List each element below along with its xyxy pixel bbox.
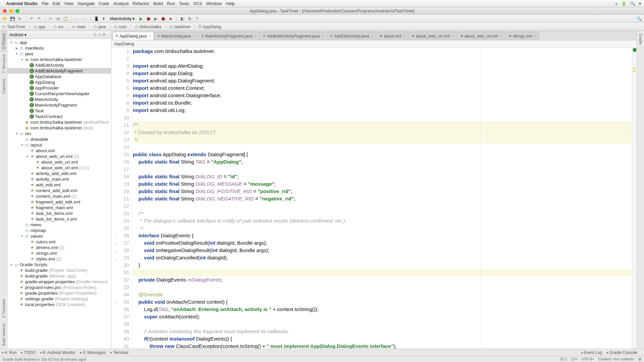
breadcrumb-item[interactable]: 🗀app <box>34 24 45 29</box>
status-item[interactable]: ⊞ <box>638 357 641 361</box>
status-item[interactable]: Context: <no context> <box>598 357 634 361</box>
tree-node[interactable]: ⬘gradle.properties (Project Properties) <box>7 290 111 296</box>
sdk-icon[interactable]: ⬇ <box>101 16 107 22</box>
tree-node[interactable]: ▼🗀res <box>7 131 111 136</box>
tree-node[interactable]: 🗀drawable <box>7 136 111 142</box>
tree-node[interactable]: ▼🗀values <box>7 233 111 239</box>
tree-node[interactable]: 🗀mipmap <box>7 228 111 233</box>
battery-icon[interactable]: 🔋 <box>621 1 627 6</box>
close-icon[interactable]: × <box>534 34 536 38</box>
tree-node[interactable]: ▼🗀layout <box>7 142 111 148</box>
tree-node[interactable]: ⬘dimens.xml (2) <box>7 245 111 250</box>
tree-node[interactable]: ▼🗀app <box>7 40 111 45</box>
tool-tab-7--structure[interactable]: 7: Structure <box>1 52 6 76</box>
menu-help[interactable]: Help <box>226 1 235 6</box>
gutter[interactable]: 1234567891011121314151617181920212223242… <box>111 48 131 349</box>
tool-tab-gradle[interactable]: Gradle <box>638 31 643 47</box>
profile-icon[interactable]: ▶ <box>153 16 159 22</box>
editor-tab[interactable]: ⬘strings.xml× <box>506 32 539 40</box>
tree-node[interactable]: CTasksContract <box>7 114 111 119</box>
app-name[interactable]: Android Studio <box>6 1 38 6</box>
tree-node[interactable]: 🗀menu <box>7 222 111 228</box>
tree-node[interactable]: ▼🗀Gradle Scripts <box>7 262 111 267</box>
menu-window[interactable]: Window <box>206 1 222 6</box>
window-minimize-button[interactable] <box>9 9 13 13</box>
editor-tab[interactable]: ⬘about.xml× <box>377 32 408 40</box>
tree-node[interactable]: ⬘about_web_url.xml <box>7 159 111 165</box>
status-item[interactable]: LF÷ <box>571 357 578 361</box>
editor-tab[interactable]: ©AppDialog.java× <box>113 32 154 40</box>
tree-node[interactable]: ⬘colors.xml <box>7 239 111 245</box>
tree-node[interactable]: ⬘activity_add_edit.xml <box>7 171 111 176</box>
cut-icon[interactable]: ✂ <box>48 16 54 22</box>
editor-body[interactable]: 1234567891011121314151617181920212223242… <box>111 48 637 349</box>
close-icon[interactable]: × <box>403 34 405 38</box>
tree-node[interactable]: ⬘proguard-rules.pro (ProGuard Rules) <box>7 285 111 290</box>
attach-icon[interactable]: 🐞 <box>160 16 166 22</box>
sync-icon[interactable]: ↻ <box>17 16 23 22</box>
menu-navigate[interactable]: Navigate <box>77 1 95 6</box>
tree-node[interactable]: ⬘activity_main.xml <box>7 176 111 182</box>
tree-node[interactable]: ⬘styles.xml (2) <box>7 256 111 262</box>
warning-mark[interactable] <box>633 68 636 69</box>
warning-mark[interactable] <box>633 70 636 72</box>
tree-node[interactable]: CAddEditActivityFragment <box>7 68 111 74</box>
tree-node[interactable]: ⬘content_main.xml (2) <box>7 193 111 199</box>
debug-icon[interactable]: 🐞 <box>145 16 151 22</box>
menu-refactor[interactable]: Refactor <box>133 1 149 6</box>
close-icon[interactable]: × <box>322 34 324 38</box>
tree-node[interactable]: CAppDialog <box>7 79 111 85</box>
editor-tab[interactable]: ⬘about_web_url.xml× <box>458 32 505 40</box>
window-maximize-button[interactable] <box>15 9 19 13</box>
breadcrumb-item[interactable]: 🗀com <box>114 24 127 29</box>
open-icon[interactable]: 📂 <box>2 16 8 22</box>
collapse-all-icon[interactable]: ⇲ <box>98 33 101 37</box>
menu-build[interactable]: Build <box>153 1 163 6</box>
tree-node[interactable]: ⬘strings.xml <box>7 250 111 256</box>
tool-tab-captures[interactable]: Captures <box>1 76 6 97</box>
run-config-selector[interactable]: MainActivity ▾ <box>108 16 137 21</box>
editor-breadcrumb[interactable]: AppDialog <box>111 40 637 48</box>
tree-node[interactable]: ⬘about.xml <box>7 148 111 154</box>
status-item[interactable]: 31:1 <box>560 357 567 361</box>
layout-inspector-icon[interactable]: ◧ <box>179 16 185 22</box>
breadcrumb-item[interactable]: 🗀src <box>53 24 64 29</box>
bottom-tab-event-log[interactable]: ▸Event Log <box>581 350 602 355</box>
tool-tab-2--favorites[interactable]: 2: Favorites <box>1 296 6 320</box>
tree-node[interactable]: ▶🗀manifests <box>7 45 111 51</box>
settings-icon[interactable]: ⚙ <box>186 16 193 22</box>
editor-tab[interactable]: ©MainActivity.java× <box>154 32 198 40</box>
close-icon[interactable]: × <box>255 34 257 38</box>
breadcrumb-item[interactable]: 🗀timbuchalka <box>135 24 161 29</box>
tree-node[interactable]: ⬘fragment_add_edit.xml <box>7 199 111 205</box>
run-icon[interactable]: ▶ <box>138 16 144 22</box>
editor-tab[interactable]: ©AddEditActivityFragment.java× <box>260 32 327 40</box>
editor-tab[interactable]: ⬘about_web_url.xml× <box>409 32 457 40</box>
menu-analyze[interactable]: Analyze <box>113 1 129 6</box>
avd-icon[interactable]: 📱 <box>93 16 99 22</box>
close-icon[interactable]: × <box>149 34 151 38</box>
forward-icon[interactable]: → <box>82 16 88 22</box>
menu-tools[interactable]: Tools <box>179 1 189 6</box>
tree-node[interactable]: CMainActivityFragment <box>7 102 111 108</box>
window-close-button[interactable] <box>3 9 7 13</box>
tree-node[interactable]: ⬘task_list_items.xml <box>7 210 111 216</box>
editor-tab[interactable]: ©MainActivityFragment.java× <box>199 32 260 40</box>
menu-vcs[interactable]: VCS <box>193 1 202 6</box>
tool-tab-build-variants[interactable]: Build Variants <box>1 321 6 349</box>
spotlight-icon[interactable]: 🔍 <box>630 1 635 6</box>
editor-tab[interactable]: ©AddEditActivity.java× <box>327 32 376 40</box>
hide-icon[interactable]: − <box>107 33 109 37</box>
close-icon[interactable]: × <box>500 34 502 38</box>
search-icon[interactable]: 🔍 <box>636 16 642 22</box>
tree-node[interactable]: CTask <box>7 108 111 114</box>
undo-icon[interactable]: ↶ <box>29 16 35 22</box>
bottom-tab-todo[interactable]: ▸TODO <box>21 350 35 355</box>
tree-node[interactable]: ▼⬘about_web_url.xml (2) <box>7 154 111 159</box>
tree-node[interactable]: ⬘fragment_main.xml <box>7 205 111 210</box>
tree-node[interactable]: ⬘build.gradle (Project: TaskTimer) <box>7 267 111 273</box>
save-icon[interactable]: 💾 <box>9 16 15 22</box>
settings-icon[interactable]: ⚙ <box>102 33 106 37</box>
close-icon[interactable]: × <box>452 34 454 38</box>
breadcrumb-item[interactable]: 🗀java <box>94 24 106 29</box>
